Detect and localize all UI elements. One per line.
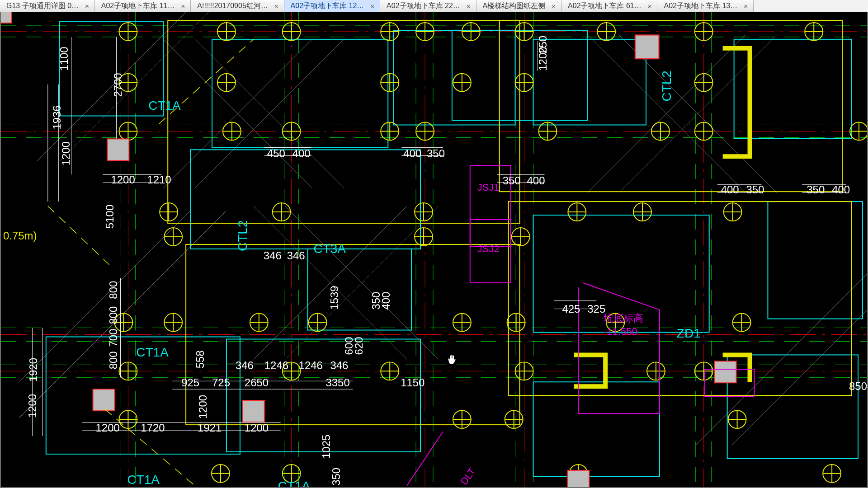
tab-honghe[interactable]: A!!!!!!20170905红河… × xyxy=(191,0,284,12)
tab-label: G13 子项通用详图 0… xyxy=(6,1,79,11)
tab-label: A02子项地下车库 61… xyxy=(568,1,642,11)
close-icon[interactable]: × xyxy=(550,3,557,9)
svg-rect-55 xyxy=(768,202,863,319)
svg-rect-54 xyxy=(533,382,660,477)
label-jsj1: JSJ1 xyxy=(477,182,500,193)
label-ct1a: CT1A xyxy=(127,473,160,487)
svg-text:350: 350 xyxy=(746,183,764,196)
svg-text:400: 400 xyxy=(380,292,392,310)
svg-line-94 xyxy=(48,206,109,265)
label-zd1: ZD1 xyxy=(677,326,701,340)
label-ct1a: CT1A xyxy=(148,99,181,113)
svg-text:1025: 1025 xyxy=(320,435,332,459)
tab-a02-12[interactable]: A02子项地下车库 12… × xyxy=(284,0,380,12)
tab-label: A02子项地下车库 22… xyxy=(387,1,460,11)
tab-label: A楼梯结构图纸左侧 xyxy=(483,1,546,11)
label-ctl2-left: CTL2 xyxy=(236,221,250,251)
label-pit2: -11.550 xyxy=(604,326,637,338)
svg-text:725: 725 xyxy=(212,376,230,389)
label-ct1a: CT1A xyxy=(278,479,311,487)
svg-text:346: 346 xyxy=(236,359,254,371)
svg-text:346: 346 xyxy=(330,359,348,371)
svg-text:1246: 1246 xyxy=(299,359,323,371)
close-icon[interactable]: × xyxy=(742,3,750,9)
close-icon[interactable]: × xyxy=(83,3,91,9)
svg-text:350: 350 xyxy=(330,468,342,486)
close-icon[interactable]: × xyxy=(179,3,187,9)
svg-text:1720: 1720 xyxy=(141,422,165,434)
svg-text:1936: 1936 xyxy=(51,105,63,129)
svg-text:800: 800 xyxy=(107,306,119,324)
svg-text:350: 350 xyxy=(807,183,825,196)
svg-text:1246: 1246 xyxy=(264,359,288,371)
close-icon[interactable]: × xyxy=(646,3,654,9)
svg-text:1921: 1921 xyxy=(198,422,222,434)
label-dlt: DLT xyxy=(458,466,477,487)
svg-text:1100: 1100 xyxy=(58,47,70,70)
svg-text:558: 558 xyxy=(194,350,206,368)
svg-text:3350: 3350 xyxy=(326,376,349,389)
tab-a02-13[interactable]: A02子项地下车库 13… × xyxy=(657,0,753,12)
close-icon[interactable]: × xyxy=(273,3,280,9)
svg-text:1200: 1200 xyxy=(60,141,72,165)
svg-text:425: 425 xyxy=(562,303,580,315)
tab-strip: G13 子项通用详图 0… × A02子项地下车库 11… × A!!!!!!2… xyxy=(0,0,868,12)
svg-rect-60 xyxy=(509,202,851,395)
label-pit1: 坑底标高 xyxy=(603,313,643,324)
label-ctl2-right: CTL2 xyxy=(660,70,674,101)
svg-text:400: 400 xyxy=(832,183,850,196)
cad-drawing: CT1A CT1A CT1A CT1A CT3A CTL2 CTL2 ZD1 J… xyxy=(1,12,867,487)
tab-label: A!!!!!!20170905红河… xyxy=(197,1,268,11)
svg-text:400: 400 xyxy=(721,183,739,196)
svg-text:925: 925 xyxy=(181,376,199,389)
label-ct1a: CT1A xyxy=(136,345,169,359)
svg-text:1200: 1200 xyxy=(245,422,269,434)
svg-rect-59 xyxy=(500,20,842,192)
svg-text:2650: 2650 xyxy=(245,376,269,389)
svg-text:620: 620 xyxy=(353,337,365,355)
svg-text:400: 400 xyxy=(403,147,421,160)
svg-text:700: 700 xyxy=(107,328,119,347)
label-ct3a: CT3A xyxy=(314,242,346,256)
svg-line-16 xyxy=(696,274,867,445)
svg-text:5100: 5100 xyxy=(104,205,116,229)
svg-text:1539: 1539 xyxy=(328,286,340,310)
svg-text:400: 400 xyxy=(292,147,311,160)
tab-label: A02子项地下车库 12… xyxy=(291,1,364,11)
svg-rect-46 xyxy=(190,150,420,249)
svg-text:346: 346 xyxy=(287,249,305,262)
svg-text:1920: 1920 xyxy=(27,358,39,382)
close-icon[interactable]: × xyxy=(368,3,376,9)
tab-stair[interactable]: A楼梯结构图纸左侧 × xyxy=(476,0,561,12)
svg-text:350: 350 xyxy=(427,147,445,160)
svg-text:1200: 1200 xyxy=(96,422,120,434)
svg-text:1200: 1200 xyxy=(26,394,38,418)
tab-a02-11[interactable]: A02子项地下车库 11… × xyxy=(95,0,191,12)
tab-g13[interactable]: G13 子项通用详图 0… × xyxy=(0,0,95,12)
svg-text:800: 800 xyxy=(107,351,119,369)
svg-text:1200: 1200 xyxy=(111,174,135,186)
tab-label: A02子项地下车库 13… xyxy=(664,1,737,11)
close-icon[interactable]: × xyxy=(465,3,472,9)
svg-text:346: 346 xyxy=(264,249,282,262)
svg-text:400: 400 xyxy=(527,174,545,187)
svg-text:325: 325 xyxy=(587,303,605,315)
svg-rect-53 xyxy=(727,355,858,459)
svg-text:2700: 2700 xyxy=(112,73,124,97)
svg-rect-57 xyxy=(168,20,519,223)
svg-text:1200: 1200 xyxy=(197,395,209,419)
tab-a02-61[interactable]: A02子项地下车库 61… × xyxy=(561,0,657,12)
svg-rect-64 xyxy=(1,12,12,23)
svg-text:850: 850 xyxy=(849,380,867,392)
svg-text:350: 350 xyxy=(503,174,521,187)
svg-text:450: 450 xyxy=(267,147,285,160)
label-jsj2: JSJ2 xyxy=(477,243,500,254)
svg-text:1200: 1200 xyxy=(537,47,549,70)
svg-text:1150: 1150 xyxy=(401,376,425,389)
tab-label: A02子项地下车库 11… xyxy=(101,1,175,11)
svg-text:1210: 1210 xyxy=(147,174,171,186)
cad-viewport[interactable]: CT1A CT1A CT1A CT1A CT3A CTL2 CTL2 ZD1 J… xyxy=(0,12,868,488)
tab-a02-22[interactable]: A02子项地下车库 22… × xyxy=(380,0,476,12)
svg-rect-50 xyxy=(533,39,646,125)
svg-text:800: 800 xyxy=(107,281,119,299)
